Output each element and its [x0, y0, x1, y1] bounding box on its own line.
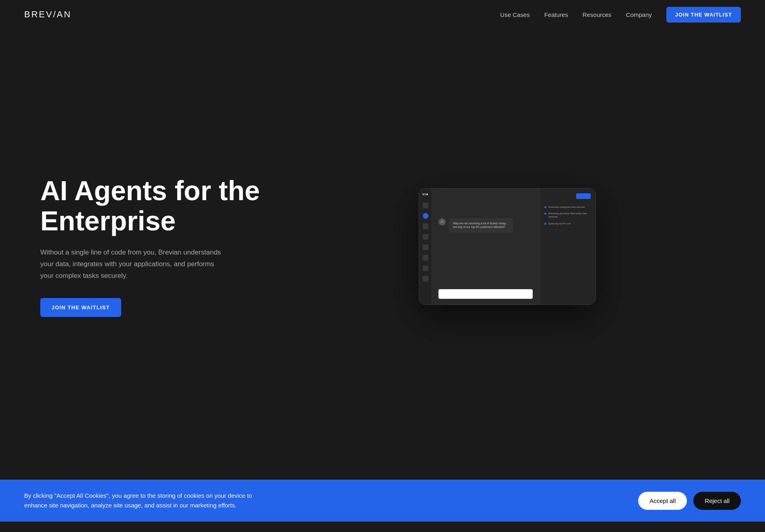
- mockup-panel-text-2: Retrieving all tickets filed today from …: [548, 212, 591, 219]
- mockup-panel-item-2: Retrieving all tickets filed today from …: [544, 212, 591, 219]
- mockup-icon-folder: [423, 255, 428, 261]
- mockup-icon-settings: [423, 224, 428, 229]
- hero-title: AI Agents for the Enterprise: [40, 176, 266, 236]
- nav-links: Use Cases Features Resources Company JOI…: [500, 7, 741, 23]
- app-mockup: V/A: [419, 188, 596, 305]
- mockup-icon-active: [423, 213, 428, 219]
- navbar: BREV/AN Use Cases Features Resources Com…: [0, 0, 765, 29]
- mockup-icon-list: [423, 244, 428, 250]
- hero-content: AI Agents for the Enterprise Without a s…: [40, 176, 266, 317]
- cookie-banner: By clicking "Accept All Cookies", you ag…: [0, 480, 765, 522]
- mockup-icon-chart: [423, 203, 428, 208]
- mockup-user-avatar: [438, 218, 446, 226]
- mockup-status-dot-2: [544, 213, 546, 215]
- mockup-panel-text-3: Querying top 50 cust: [548, 222, 571, 225]
- mockup-bubble-text: Why are we receiving a lot of tickets to…: [449, 218, 513, 233]
- mockup-chat-bubble: Why are we receiving a lot of tickets to…: [438, 218, 533, 233]
- mockup-right-panel: Scanning configured data sources Retriev…: [539, 188, 595, 304]
- hero-subtitle: Without a single line of code from you, …: [40, 247, 225, 282]
- nav-waitlist-button[interactable]: JOIN THE WAITLIST: [666, 7, 741, 23]
- hero-section: AI Agents for the Enterprise Without a s…: [0, 29, 765, 480]
- nav-link-company[interactable]: Company: [626, 11, 652, 18]
- nav-link-resources[interactable]: Resources: [583, 11, 612, 18]
- nav-link-features[interactable]: Features: [544, 11, 568, 18]
- cookie-buttons: Accept all Reject all: [638, 492, 741, 510]
- brand-logo: BREV/AN: [24, 9, 72, 20]
- hero-waitlist-button[interactable]: JOIN THE WAITLIST: [40, 298, 121, 317]
- mockup-icon-grid: [423, 234, 428, 240]
- nav-link-use-cases[interactable]: Use Cases: [500, 11, 529, 18]
- mockup-inner: V/A: [419, 188, 595, 304]
- mockup-panel-item-3: Querying top 50 cust: [544, 222, 591, 225]
- mockup-chat-area: Why are we receiving a lot of tickets to…: [432, 188, 539, 304]
- mockup-panel-text-1: Scanning configured data sources: [548, 205, 585, 209]
- mockup-status-indicator: [576, 193, 591, 199]
- mockup-sidebar: V/A: [419, 188, 432, 304]
- cookie-text: By clicking "Accept All Cookies", you ag…: [24, 491, 258, 510]
- hero-mockup: V/A: [266, 188, 725, 305]
- mockup-icon-image: [423, 265, 428, 271]
- mockup-icon-gear: [423, 276, 428, 282]
- mockup-panel-item-1: Scanning configured data sources: [544, 205, 591, 209]
- cookie-accept-button[interactable]: Accept all: [638, 492, 687, 510]
- mockup-status-dot-1: [544, 206, 546, 208]
- cookie-reject-button[interactable]: Reject all: [693, 492, 741, 510]
- mockup-logo: V/A: [422, 193, 428, 196]
- mockup-status-dot-3: [544, 223, 546, 225]
- mockup-input-bar: [438, 289, 533, 299]
